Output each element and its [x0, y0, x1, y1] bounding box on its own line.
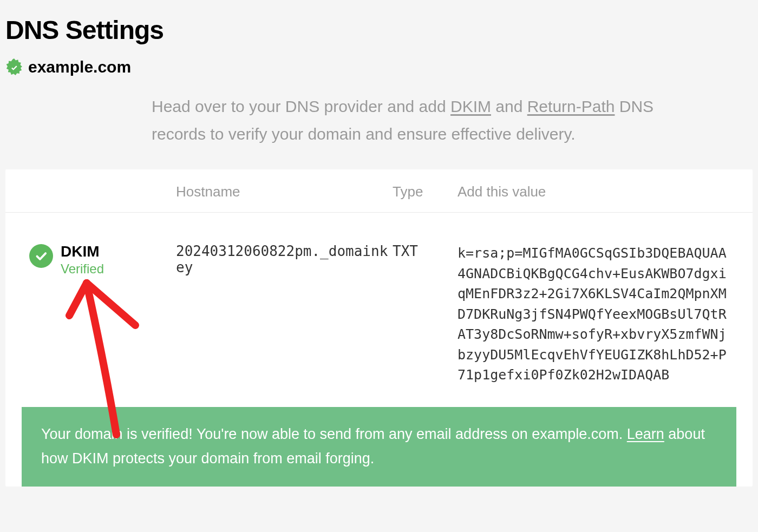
page-title: DNS Settings [5, 15, 753, 45]
return-path-link[interactable]: Return-Path [527, 97, 615, 115]
banner-text-prefix: Your domain is verified! You're now able… [41, 426, 627, 442]
table-header: Hostname Type Add this value [5, 169, 753, 213]
instructions-prefix: Head over to your DNS provider and add [152, 97, 450, 115]
record-hostname: 20240312060822pm._domainkey [176, 243, 393, 275]
header-hostname: Hostname [176, 183, 393, 200]
instructions-middle: and [491, 97, 527, 115]
verified-badge-icon [5, 58, 23, 76]
check-circle-icon [29, 244, 53, 268]
record-value: k=rsa;p=MIGfMA0GCSqGSIb3DQEBAQUAA4GNADCB… [458, 243, 753, 385]
record-type: TXT [393, 243, 458, 259]
success-banner: Your domain is verified! You're now able… [22, 407, 736, 487]
header-value: Add this value [458, 183, 753, 200]
instructions-text: Head over to your DNS provider and add D… [152, 93, 709, 148]
record-status: Verified [61, 261, 104, 277]
domain-name: example.com [28, 58, 131, 76]
dns-records-card: Hostname Type Add this value DKIM Verifi… [5, 169, 753, 487]
domain-row: example.com [5, 58, 753, 76]
table-row: DKIM Verified 20240312060822pm._domainke… [5, 213, 753, 407]
dkim-link[interactable]: DKIM [450, 97, 491, 115]
header-type: Type [393, 183, 458, 200]
record-name: DKIM [61, 243, 104, 260]
learn-link[interactable]: Learn [627, 426, 664, 442]
